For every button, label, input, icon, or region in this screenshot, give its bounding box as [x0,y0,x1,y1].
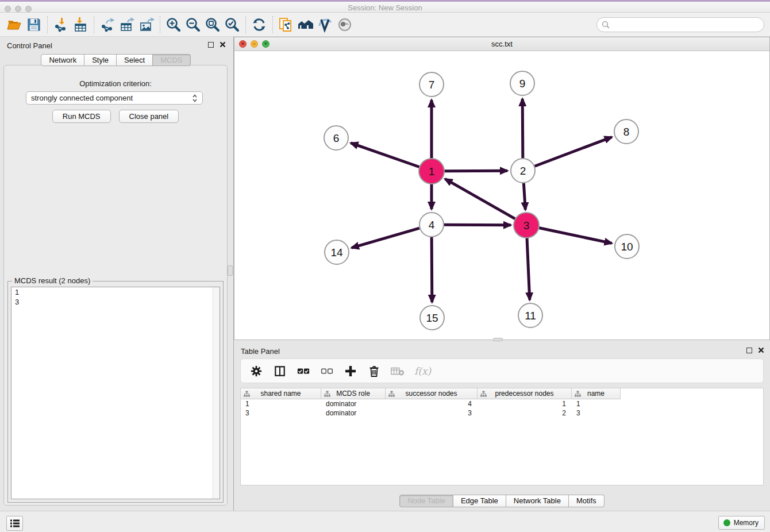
graph-node-9[interactable]: 9 [510,71,534,95]
zoom-fit-button[interactable] [203,15,222,34]
zoom-selected-button[interactable] [222,15,242,34]
close-panel-button[interactable]: Close panel [119,110,179,123]
graph-edge-4-3[interactable] [444,225,511,225]
graph-edge-4-14[interactable] [352,228,419,248]
table-cell: 1 [478,399,572,408]
graph-node-3[interactable]: 3 [514,213,539,238]
graph-edge-3-11[interactable] [527,238,530,300]
export-table-icon [119,17,135,33]
network-view-window: × – + scc.txt 7968124314101511 [234,37,770,340]
tab-select[interactable]: Select [117,54,153,66]
table-row[interactable]: 1dominator411 [241,399,621,408]
graph-edge-2-8[interactable] [535,137,612,167]
graph-edge-1-6[interactable] [351,143,419,167]
search-input[interactable] [613,21,764,29]
column-header-name[interactable]: name [572,388,621,399]
table-tab-node-table[interactable]: Node Table [399,495,453,507]
close-panel-icon[interactable] [220,41,226,48]
clone-network-icon [278,17,294,33]
tab-style[interactable]: Style [84,54,117,66]
graph-node-15[interactable]: 15 [420,306,444,330]
column-type-icon [244,391,250,397]
task-history-button[interactable] [6,516,23,531]
deselect-all-button[interactable] [320,364,334,378]
open-session-button[interactable] [5,15,24,34]
export-image-icon [138,17,155,33]
table-tab-edge-table[interactable]: Edge Table [453,495,506,507]
graph-node-10[interactable]: 10 [615,234,639,259]
save-session-icon [26,17,42,33]
graph-node-2[interactable]: 2 [511,159,535,183]
function-builder-button[interactable]: f(x) [414,365,431,377]
graph-edge-2-9[interactable] [522,99,523,158]
import-table-button[interactable] [71,15,90,34]
float-table-panel-button[interactable] [746,348,752,353]
graph-node-11[interactable]: 11 [518,303,542,327]
status-bar: Memory [0,511,770,532]
graph-node-8[interactable]: 8 [614,119,638,144]
delete-table-button[interactable] [391,364,405,378]
close-table-panel-icon[interactable] [758,347,764,353]
hide-details-button[interactable] [335,15,355,34]
zoom-in-button[interactable] [164,15,183,34]
memory-button[interactable]: Memory [718,516,765,530]
memory-status-icon [723,519,730,526]
import-network-button[interactable] [51,15,71,34]
graph-node-14[interactable]: 14 [325,240,349,264]
add-column-button[interactable] [344,364,357,378]
first-neighbors-button[interactable] [296,15,315,34]
vertical-splitter-grip[interactable] [228,265,233,276]
column-header-label: successor nodes [405,390,457,398]
column-header-label: MCDS role [336,390,370,398]
column-header-label: predecessor nodes [495,390,553,398]
svg-text:14: 14 [330,246,343,259]
zoom-out-button[interactable] [183,15,203,34]
graph-edge-3-1[interactable] [445,179,515,219]
vizmap-button[interactable] [315,15,335,34]
graph-edge-2-3[interactable] [523,183,525,210]
vizmap-icon [317,17,333,33]
export-image-button[interactable] [137,15,156,34]
table-row[interactable]: 3dominator323 [241,408,621,418]
column-header-successor-nodes[interactable]: successor nodes [386,388,478,399]
graph-edge-3-10[interactable] [539,228,612,244]
delete-column-button[interactable] [367,364,381,378]
table-options-icon [251,365,262,377]
graph-node-4[interactable]: 4 [419,213,444,237]
mcds-result-text[interactable]: 13 [11,287,220,499]
tab-network[interactable]: Network [41,54,84,66]
export-table-button[interactable] [117,15,137,34]
tab-mcds[interactable]: MCDS [153,54,190,66]
delete-column-icon [368,365,380,377]
criterion-select[interactable]: strongly connected component [26,91,203,105]
graph-node-7[interactable]: 7 [419,72,444,97]
result-scrollbar[interactable] [213,287,220,499]
table-tab-network-table[interactable]: Network Table [506,495,569,507]
svg-text:6: 6 [333,132,340,144]
save-session-button[interactable] [24,15,44,34]
table-cell: dominator [321,408,386,418]
column-header-shared-name[interactable]: shared name [241,388,321,399]
column-header-MCDS-role[interactable]: MCDS role [321,388,386,399]
graph-edge-1-2[interactable] [444,171,507,171]
float-panel-button[interactable] [208,42,214,48]
open-session-icon [6,17,22,33]
graph-edge-4-15[interactable] [432,237,432,302]
network-canvas[interactable]: 7968124314101511 [234,51,769,340]
horizontal-splitter-grip[interactable] [493,338,503,341]
run-mcds-button[interactable]: Run MCDS [52,110,111,123]
network-window-titlebar[interactable]: × – + scc.txt [234,37,769,51]
table-cell: 3 [386,408,478,418]
select-all-button[interactable] [297,364,310,378]
column-header-predecessor-nodes[interactable]: predecessor nodes [478,388,572,399]
table-tab-motifs[interactable]: Motifs [569,495,605,507]
refresh-button[interactable] [249,15,269,34]
show-columns-button[interactable] [273,364,287,378]
control-panel-title: Control Panel [7,41,52,50]
search-field[interactable] [596,17,764,32]
graph-node-6[interactable]: 6 [324,126,348,150]
clone-network-button[interactable] [276,15,296,34]
table-options-button[interactable] [249,364,263,378]
export-network-button[interactable] [98,15,117,34]
graph-node-1[interactable]: 1 [419,159,444,184]
